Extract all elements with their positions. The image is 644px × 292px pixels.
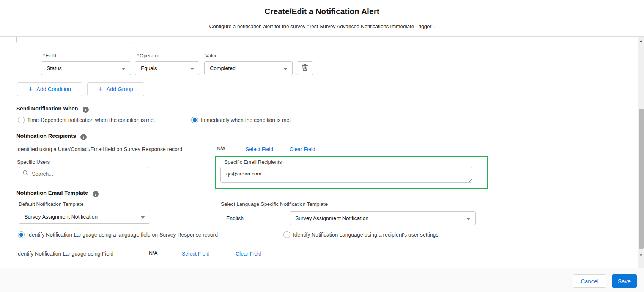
page-subtitle: Configure a notification alert for the s… (0, 24, 644, 29)
search-icon (23, 170, 28, 177)
clear-language-field-link[interactable]: Clear Field (236, 251, 261, 257)
language-template-value: Survey Assignment Notification (295, 215, 368, 221)
radio-user-settings[interactable] (283, 231, 290, 238)
identified-using-label: Identified using a User/Contact/Email fi… (16, 146, 182, 152)
vertical-scrollbar[interactable] (638, 37, 644, 268)
save-button[interactable]: Save (612, 274, 637, 288)
specific-email-label: Specific Email Recipients (224, 159, 282, 165)
page-title: Create/Edit a Notification Alert (0, 7, 644, 16)
radio-user-settings-label: Identify Notification Language using a r… (293, 232, 438, 238)
info-icon[interactable]: i (80, 134, 87, 140)
clipped-input-field[interactable] (16, 37, 131, 43)
notification-email-template-heading: Notification Email Templatei (16, 190, 99, 197)
dialog-footer (0, 268, 644, 292)
add-group-button[interactable]: + Add Group (87, 82, 144, 96)
radio-language-field[interactable] (18, 231, 25, 238)
plus-icon: + (28, 85, 33, 93)
select-field-link[interactable]: Select Field (246, 146, 273, 152)
required-asterisk: * (137, 53, 139, 58)
radio-immediately-label: Immediately when the condition is met (201, 117, 291, 123)
radio-immediately[interactable] (191, 117, 198, 123)
radio-time-dependent-label: Time-Dependent notification when the con… (27, 117, 155, 123)
default-template-dropdown[interactable]: Survey Assignment Notification (19, 210, 150, 224)
chevron-down-icon (121, 68, 126, 70)
delete-condition-button[interactable] (297, 61, 313, 75)
language-name: English (226, 215, 244, 221)
value-label: Value (205, 53, 217, 58)
specific-email-textarea[interactable]: qa@ardira.com (220, 167, 472, 183)
language-template-dropdown[interactable]: Survey Assignment Notification (290, 211, 476, 225)
default-template-label: Default Notification Template (19, 201, 84, 207)
search-input[interactable] (32, 171, 144, 177)
scroll-down-icon[interactable] (639, 254, 642, 256)
clear-field-link[interactable]: Clear Field (290, 146, 315, 152)
default-template-value: Survey Assignment Notification (24, 214, 98, 220)
radio-time-dependent[interactable] (18, 117, 25, 123)
language-template-label: Select Language Specific Notification Te… (221, 201, 328, 207)
select-language-field-link[interactable]: Select Field (182, 251, 209, 257)
chevron-down-icon (140, 216, 145, 219)
value-dropdown[interactable]: Completed (204, 61, 293, 75)
plus-icon: + (98, 85, 102, 93)
value-dropdown-value: Completed (210, 65, 236, 71)
operator-label: *Operator (137, 53, 159, 58)
chevron-down-icon (466, 218, 471, 220)
info-icon[interactable]: i (83, 107, 89, 113)
operator-dropdown-value: Equals (141, 65, 157, 71)
specific-users-search[interactable] (19, 167, 148, 180)
scrollbar-thumb[interactable] (639, 109, 644, 249)
identify-language-field-label: Identify Notification Language using Fie… (16, 251, 113, 257)
field-dropdown[interactable]: Status (41, 61, 131, 75)
add-condition-button[interactable]: + Add Condition (17, 82, 82, 96)
scroll-up-icon[interactable] (639, 40, 642, 42)
required-asterisk: * (43, 53, 45, 58)
identified-field-value: N/A (217, 145, 225, 152)
chevron-down-icon (190, 68, 194, 70)
info-icon[interactable]: i (93, 191, 99, 197)
field-label: *Field (43, 53, 56, 58)
radio-language-field-label: Identify Notification Language using a l… (27, 232, 218, 238)
identify-language-field-value: N/A (149, 250, 157, 256)
notification-alert-dialog: Create/Edit a Notification Alert Configu… (0, 0, 644, 292)
specific-users-label: Specific Users (17, 159, 50, 165)
trash-icon (302, 64, 308, 73)
chevron-down-icon (283, 68, 288, 70)
operator-dropdown[interactable]: Equals (135, 61, 199, 75)
notification-recipients-heading: Notification Recipientsi (16, 133, 87, 140)
send-notification-when-heading: Send Notification Wheni (16, 106, 89, 113)
field-dropdown-value: Status (47, 65, 62, 71)
cancel-button[interactable]: Cancel (573, 274, 606, 288)
